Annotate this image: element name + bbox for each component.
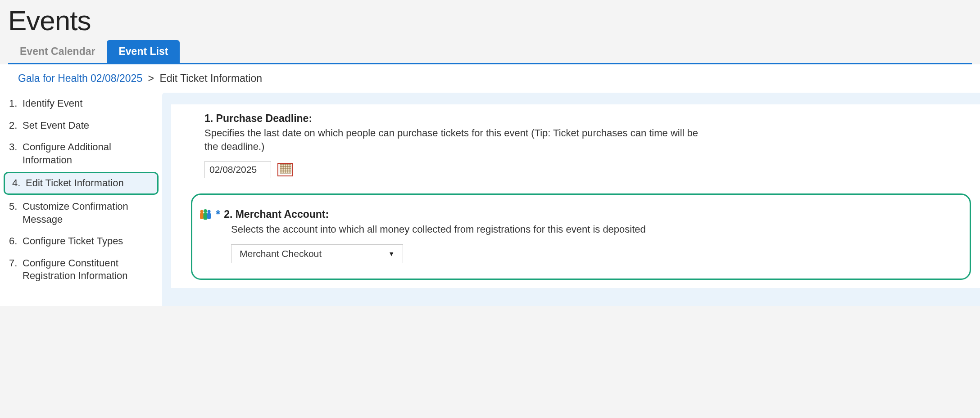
merchant-account-heading: 2. Merchant Account: [224, 208, 329, 220]
merchant-account-select-value: Merchant Checkout [240, 248, 322, 259]
step-number: 2. [9, 119, 23, 132]
main-panel: 1. Purchase Deadline: Specifies the last… [162, 93, 980, 306]
wizard-steps-sidebar: 1. Identify Event 2. Set Event Date 3. C… [0, 93, 162, 287]
step-label: Configure Additional Information [23, 141, 156, 166]
step-identify-event[interactable]: 1. Identify Event [0, 93, 162, 115]
required-asterisk: * [216, 208, 220, 220]
merchant-account-select[interactable]: Merchant Checkout ▼ [231, 244, 403, 263]
step-number: 5. [9, 200, 23, 213]
merchant-account-description: Selects the account into which all money… [231, 223, 726, 236]
breadcrumb-current: Edit Ticket Information [159, 72, 262, 84]
svg-point-11 [204, 209, 207, 213]
page-title: Events [8, 4, 972, 36]
svg-point-13 [208, 210, 211, 213]
step-customize-confirmation-message[interactable]: 5. Customize Confirmation Message [0, 196, 162, 230]
svg-rect-10 [200, 213, 204, 219]
merchant-account-highlight: * 2. Merchant Account: Selects the accou… [191, 193, 971, 280]
tab-event-calendar[interactable]: Event Calendar [8, 40, 107, 63]
svg-rect-14 [207, 213, 211, 219]
section-purchase-deadline: 1. Purchase Deadline: Specifies the last… [191, 112, 980, 178]
step-configure-additional-information[interactable]: 3. Configure Additional Information [0, 136, 162, 171]
tabs: Event Calendar Event List [8, 40, 972, 64]
breadcrumb-separator: > [148, 72, 154, 84]
step-label: Edit Ticket Information [26, 177, 152, 190]
step-edit-ticket-information[interactable]: 4. Edit Ticket Information [4, 172, 159, 195]
calendar-picker-button[interactable] [277, 163, 293, 176]
svg-rect-12 [204, 213, 208, 220]
calendar-icon [280, 164, 291, 175]
step-number: 3. [9, 141, 23, 154]
purchase-deadline-input[interactable] [204, 161, 271, 178]
step-label: Configure Ticket Types [23, 235, 156, 248]
tab-event-list[interactable]: Event List [107, 40, 180, 63]
step-set-event-date[interactable]: 2. Set Event Date [0, 115, 162, 137]
step-label: Customize Confirmation Message [23, 200, 156, 226]
purchase-deadline-description: Specifies the last date on which people … [204, 126, 700, 153]
step-number: 7. [9, 257, 23, 270]
breadcrumb-link-event[interactable]: Gala for Health 02/08/2025 [18, 72, 142, 84]
svg-point-9 [200, 210, 204, 213]
step-label: Identify Event [23, 97, 156, 110]
step-number: 6. [9, 235, 23, 248]
purchase-deadline-heading: 1. Purchase Deadline: [204, 112, 980, 125]
step-label: Configure Constituent Registration Infor… [23, 257, 156, 283]
breadcrumb: Gala for Health 02/08/2025 > Edit Ticket… [0, 64, 980, 93]
chevron-down-icon: ▼ [388, 250, 395, 257]
step-label: Set Event Date [23, 119, 156, 132]
step-configure-ticket-types[interactable]: 6. Configure Ticket Types [0, 230, 162, 252]
people-icon [199, 208, 212, 221]
step-configure-constituent-registration[interactable]: 7. Configure Constituent Registration In… [0, 252, 162, 287]
step-number: 1. [9, 97, 23, 110]
step-number: 4. [12, 177, 26, 190]
